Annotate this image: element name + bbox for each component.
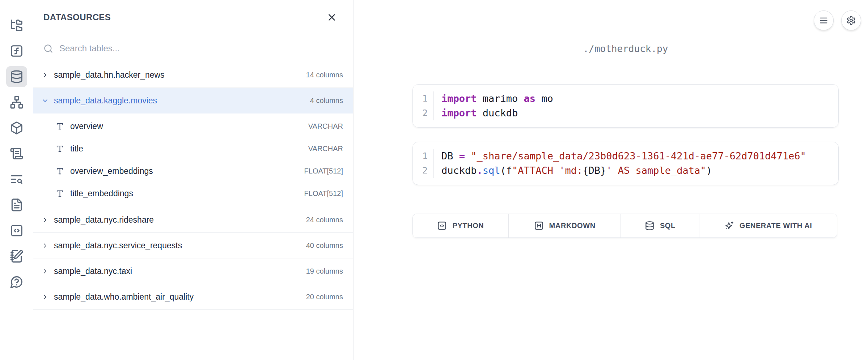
code-line: duckdb.sql(f"ATTACH 'md:{DB}' AS sample_… (441, 163, 806, 178)
table-column-count: 20 columns (306, 293, 343, 301)
help-circle-icon (10, 275, 24, 289)
settings-button[interactable] (841, 10, 861, 30)
table-name: sample_data.who.ambient_air_quality (54, 292, 306, 302)
sparkles-icon (724, 221, 734, 231)
code-token: DB (441, 150, 459, 162)
code-token (465, 150, 471, 162)
type-icon (56, 145, 64, 153)
code-token: (f (500, 165, 512, 176)
folder-tree-icon (10, 18, 24, 32)
column-name: title (70, 144, 308, 154)
code-token: "ATTACH 'md: (512, 165, 583, 176)
table-name: sample_data.nyc.rideshare (54, 215, 306, 225)
chevron-right-icon (41, 293, 49, 301)
column-row[interactable]: overviewVARCHAR (33, 115, 353, 137)
add-cell-button-markdown[interactable]: MARKDOWN (509, 214, 621, 237)
code-token: import (441, 107, 477, 119)
code-token: mo (535, 93, 553, 104)
code-token: sql (483, 165, 500, 176)
activity-rail (0, 0, 33, 360)
column-type: FLOAT[512] (304, 189, 343, 198)
code-cell[interactable]: 12DB = "_share/sample_data/23b0d623-1361… (412, 142, 839, 185)
table-row[interactable]: sample_data.nyc.rideshare24 columns (33, 207, 353, 233)
code-square-icon (437, 221, 447, 231)
rail-item-file-explorer[interactable] (6, 15, 27, 36)
column-name: overview_embeddings (70, 166, 304, 176)
chevron-right-icon (41, 267, 49, 275)
code-token: ' AS sample_data" (606, 165, 706, 176)
gear-icon (846, 16, 856, 25)
column-type: VARCHAR (308, 122, 343, 130)
add-cell-button-python[interactable]: PYTHON (413, 214, 509, 237)
code-token: import (441, 93, 477, 104)
notebook-area: ./motherduck.py 12import marimo as moimp… (353, 0, 868, 360)
rail-item-functions[interactable] (6, 40, 27, 61)
add-cell-button-label: MARKDOWN (549, 222, 596, 230)
markdown-icon (534, 221, 544, 231)
chevron-down-icon (41, 97, 49, 104)
table-row[interactable]: sample_data.who.ambient_air_quality20 co… (33, 284, 353, 310)
line-numbers: 12 (413, 149, 434, 178)
x-icon (326, 12, 337, 23)
menu-button[interactable] (814, 10, 834, 30)
rail-item-dependencies[interactable] (6, 92, 27, 113)
table-column-count: 24 columns (306, 216, 343, 224)
column-name: overview (70, 121, 308, 131)
code-token: . (477, 165, 483, 176)
search-input[interactable] (59, 43, 343, 53)
rail-item-packages[interactable] (6, 117, 27, 138)
column-name: title_embeddings (70, 189, 304, 198)
rail-item-scratchpad[interactable] (6, 246, 27, 267)
code-line: import marimo as mo (441, 91, 553, 106)
type-icon (56, 189, 64, 198)
close-panel-button[interactable] (326, 12, 337, 23)
column-row[interactable]: titleVARCHAR (33, 137, 353, 160)
add-cell-button-generate-with-ai[interactable]: GENERATE WITH AI (699, 214, 837, 237)
table-row[interactable]: sample_data.hn.hacker_news14 columns (33, 62, 353, 88)
add-cell-button-label: PYTHON (452, 222, 484, 230)
file-text-icon (10, 198, 24, 212)
type-icon (56, 167, 64, 175)
rail-item-logs[interactable] (6, 143, 27, 164)
table-search (33, 35, 353, 62)
table-list: sample_data.hn.hacker_news14 columnssamp… (33, 62, 353, 310)
rail-item-datasources[interactable] (6, 66, 27, 87)
column-row[interactable]: title_embeddingsFLOAT[512] (33, 182, 353, 205)
table-name: sample_data.nyc.service_requests (54, 241, 306, 250)
code-token: marimo (477, 93, 524, 104)
datasources-panel: DATASOURCES sample_data.hn.hacker_news14… (33, 0, 353, 360)
code-token: duckdb (477, 107, 518, 119)
table-column-count: 19 columns (306, 267, 343, 275)
table-column-count: 40 columns (306, 241, 343, 250)
rail-item-help[interactable] (6, 271, 27, 292)
rail-item-snippets[interactable] (6, 220, 27, 241)
chevron-right-icon (41, 216, 49, 224)
add-cell-button-sql[interactable]: SQL (621, 214, 699, 237)
table-row[interactable]: sample_data.kaggle.movies4 columns (33, 88, 353, 113)
table-column-count: 4 columns (310, 97, 343, 105)
rail-item-documentation[interactable] (6, 194, 27, 215)
code-line: DB = "_share/sample_data/23b0d623-1361-4… (441, 149, 806, 163)
code-token: {DB} (583, 165, 606, 176)
text-search-icon (10, 172, 24, 186)
code-editor[interactable]: import marimo as moimport duckdb (434, 91, 553, 120)
table-row[interactable]: sample_data.nyc.taxi19 columns (33, 258, 353, 284)
scroll-text-icon (10, 147, 24, 160)
code-editor[interactable]: DB = "_share/sample_data/23b0d623-1361-4… (434, 149, 806, 178)
notebook-pen-icon (10, 249, 24, 263)
code-line: import duckdb (441, 106, 553, 120)
column-row[interactable]: overview_embeddingsFLOAT[512] (33, 160, 353, 182)
table-column-count: 14 columns (306, 71, 343, 79)
line-numbers: 12 (413, 91, 434, 120)
search-icon (43, 44, 53, 53)
code-token: duckdb (441, 165, 477, 176)
table-name: sample_data.nyc.taxi (54, 266, 306, 276)
type-icon (56, 122, 64, 130)
rail-item-tracebacks[interactable] (6, 169, 27, 190)
code-cell[interactable]: 12import marimo as moimport duckdb (412, 84, 839, 128)
panel-title: DATASOURCES (43, 12, 111, 22)
table-row[interactable]: sample_data.nyc.service_requests40 colum… (33, 233, 353, 258)
table-name: sample_data.hn.hacker_news (54, 70, 306, 80)
add-cell-button-label: SQL (660, 222, 676, 230)
code-token: ) (706, 165, 712, 176)
